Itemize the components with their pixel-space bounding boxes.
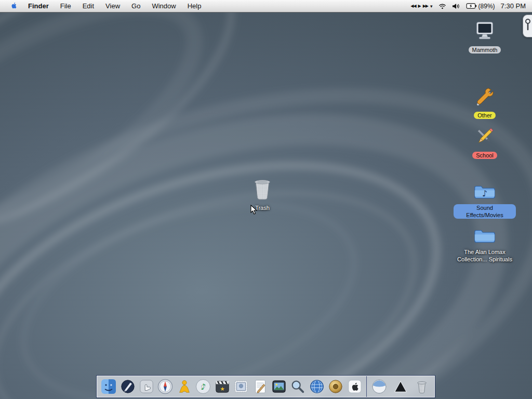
chevron-down-icon[interactable]: ▾ (430, 4, 433, 9)
folder-icon (454, 220, 516, 246)
playback-controls[interactable]: ◀◀ ▶ ▶▶ ▾ (410, 4, 432, 9)
wrench-icon (454, 82, 516, 108)
pencil-tools-icon (454, 122, 516, 148)
sherlock-magnifier-icon[interactable] (288, 377, 307, 396)
photo-viewer-icon[interactable] (270, 377, 288, 396)
brass-horn-icon[interactable] (326, 377, 345, 396)
black-triangle-icon[interactable] (391, 377, 410, 396)
apple-card-icon[interactable] (345, 377, 364, 396)
desktop-icon-alan-lomax[interactable]: The Alan Lomax Collection... Spirituals (454, 220, 516, 263)
mouse-cursor (250, 205, 258, 217)
apple-menu[interactable] (5, 2, 22, 11)
menu-item-window[interactable]: Window (146, 0, 181, 12)
battery-icon (466, 3, 477, 9)
aim-buddy-icon[interactable] (175, 377, 194, 396)
drawer-tab[interactable] (523, 15, 532, 37)
play-icon[interactable]: ▶ (418, 4, 421, 8)
computer-display-icon (454, 17, 516, 43)
desktop: Mammoth Other S (0, 12, 532, 399)
menu-item-view[interactable]: View (100, 0, 126, 12)
music-folder-icon: ♪ (454, 176, 516, 202)
magnifier-icon (525, 18, 531, 34)
battery-status[interactable]: (89%) (466, 3, 495, 10)
internet-globe-icon[interactable] (308, 377, 326, 396)
itunes-cd-icon[interactable]: ♪ (194, 377, 212, 396)
rewind-icon[interactable]: ◀◀ (410, 4, 416, 8)
hand-pointer-icon[interactable] (137, 377, 156, 396)
desktop-icon-trash[interactable]: Trash (231, 175, 294, 212)
dock-docs-section (369, 376, 432, 397)
trash-can-icon (231, 175, 294, 201)
icon-label: School (472, 152, 497, 159)
svg-text:★: ★ (220, 385, 224, 392)
dock-apps-section: ♪ ★ (99, 376, 364, 397)
dock: ♪ ★ (96, 375, 435, 398)
icon-label: Sound Effects/Movies (454, 204, 516, 219)
white-orb-disk-icon[interactable] (370, 377, 389, 396)
dock-trash-icon[interactable] (413, 377, 431, 396)
icon-label: Mammoth (469, 46, 501, 54)
imovie-clapper-icon[interactable]: ★ (213, 377, 232, 396)
mail-stamp-icon[interactable] (232, 377, 250, 396)
battery-percent-label: (89%) (478, 3, 495, 10)
svg-text:♪: ♪ (482, 189, 487, 198)
icon-label: Other (474, 112, 496, 119)
volume-icon[interactable] (452, 3, 460, 9)
finder-icon[interactable] (99, 377, 118, 396)
menu-item-edit[interactable]: Edit (77, 0, 100, 12)
svg-text:♪: ♪ (201, 382, 206, 392)
textedit-page-icon[interactable] (251, 377, 270, 396)
menu-bar-status-area: ◀◀ ▶ ▶▶ ▾ (410, 2, 527, 10)
apple-logo-icon (10, 2, 18, 11)
menu-item-finder[interactable]: Finder (22, 0, 55, 12)
icon-label-line1: The Alan Lomax (454, 248, 516, 256)
icon-label-line2: Collection... Spirituals (454, 256, 516, 263)
compass-icon[interactable] (156, 377, 175, 396)
menu-bar: Finder File Edit View Go Window Help ◀◀ … (0, 0, 532, 12)
dock-separator (366, 376, 367, 397)
menu-item-go[interactable]: Go (126, 0, 146, 12)
desktop-icon-school[interactable]: School (454, 122, 516, 159)
desktop-icon-sound-effects[interactable]: ♪ Sound Effects/Movies (454, 176, 516, 219)
menu-item-help[interactable]: Help (182, 0, 207, 12)
wifi-icon[interactable] (438, 3, 446, 9)
desktop-icon-other[interactable]: Other (454, 82, 516, 119)
desktop-icon-mammoth[interactable]: Mammoth (454, 17, 516, 54)
menu-item-file[interactable]: File (55, 0, 77, 12)
fast-forward-icon[interactable]: ▶▶ (423, 4, 428, 8)
ink-pen-icon[interactable] (118, 377, 137, 396)
menu-bar-clock[interactable]: 7:30 PM (501, 2, 527, 10)
